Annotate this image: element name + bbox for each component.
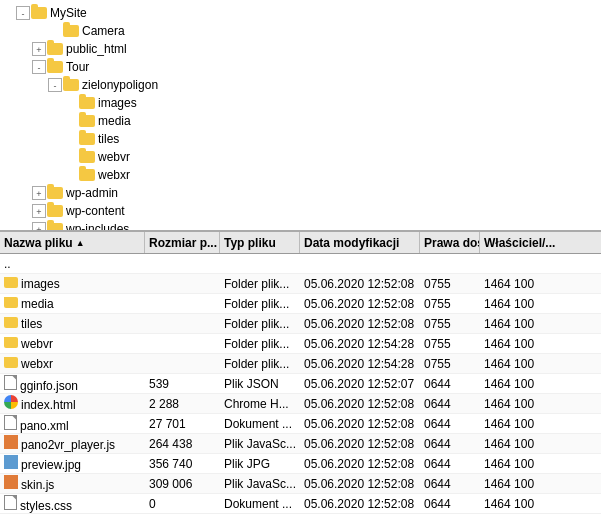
file-date-cell: 05.06.2020 12:52:08 <box>300 497 420 511</box>
expand-icon-zielonypoligon[interactable]: - <box>48 78 62 92</box>
col-header-prawa[interactable]: Prawa dost... <box>420 232 480 253</box>
expand-icon-public_html[interactable]: + <box>32 42 46 56</box>
file-name-label: webxr <box>21 357 53 371</box>
file-type-cell: Plik JSON <box>220 377 300 391</box>
file-row[interactable]: styles.css0Dokument ...05.06.2020 12:52:… <box>0 494 601 514</box>
folder-icon-camera <box>63 25 79 37</box>
file-owner-cell: 1464 100 <box>480 277 560 291</box>
file-size-cell: 27 701 <box>145 417 220 431</box>
file-icon <box>4 495 17 510</box>
file-row[interactable]: mediaFolder plik...05.06.2020 12:52:0807… <box>0 294 601 314</box>
file-prawa-cell: 0644 <box>420 377 480 391</box>
file-owner-cell: 1464 100 <box>480 337 560 351</box>
file-date-cell: 05.06.2020 12:52:08 <box>300 297 420 311</box>
tree-label-tour: Tour <box>66 60 89 74</box>
file-icon <box>4 415 17 430</box>
tree-item-tour[interactable]: -Tour <box>0 58 601 76</box>
file-row[interactable]: gginfo.json539Plik JSON05.06.2020 12:52:… <box>0 374 601 394</box>
file-name-label: images <box>21 277 60 291</box>
file-type-cell: Folder plik... <box>220 297 300 311</box>
file-row[interactable]: webvrFolder plik...05.06.2020 12:54:2807… <box>0 334 601 354</box>
file-name-label: preview.jpg <box>21 458 81 472</box>
file-row[interactable]: preview.jpg356 740Plik JPG05.06.2020 12:… <box>0 454 601 474</box>
file-owner-cell: 1464 100 <box>480 437 560 451</box>
tree-label-wp-admin: wp-admin <box>66 186 118 200</box>
file-size-cell: 356 740 <box>145 457 220 471</box>
file-date-cell: 05.06.2020 12:54:28 <box>300 337 420 351</box>
file-row[interactable]: .. <box>0 254 601 274</box>
file-date-cell: 05.06.2020 12:52:07 <box>300 377 420 391</box>
file-type-cell: Folder plik... <box>220 277 300 291</box>
tree-item-tiles[interactable]: tiles <box>0 130 601 148</box>
folder-icon-webvr <box>79 151 95 163</box>
tree-item-wp-includes[interactable]: +wp-includes <box>0 220 601 232</box>
file-list: ..imagesFolder plik...05.06.2020 12:52:0… <box>0 254 601 514</box>
file-name-cell: gginfo.json <box>0 375 145 393</box>
file-prawa-cell: 0755 <box>420 357 480 371</box>
file-date-cell: 05.06.2020 12:52:08 <box>300 417 420 431</box>
file-row[interactable]: skin.js309 006Plik JavaSc...05.06.2020 1… <box>0 474 601 494</box>
tree-label-public_html: public_html <box>66 42 127 56</box>
file-icon <box>4 375 17 390</box>
expand-icon-mysite[interactable]: - <box>16 6 30 20</box>
tree-item-zielonypoligon[interactable]: -zielonypoligon <box>0 76 601 94</box>
expand-icon-wp-includes[interactable]: + <box>32 222 46 232</box>
file-name-cell: webvr <box>0 337 145 351</box>
col-header-wlasciciel[interactable]: Właściciel/... <box>480 232 560 253</box>
folder-icon-media <box>79 115 95 127</box>
file-row[interactable]: index.html2 288Chrome H...05.06.2020 12:… <box>0 394 601 414</box>
file-row[interactable]: pano2vr_player.js264 438Plik JavaSc...05… <box>0 434 601 454</box>
expand-icon-tour[interactable]: - <box>32 60 46 74</box>
folder-icon <box>4 317 18 328</box>
col-header-nazwa[interactable]: Nazwa pliku▲ <box>0 232 145 253</box>
file-date-cell: 05.06.2020 12:52:08 <box>300 397 420 411</box>
folder-icon-public_html <box>47 43 63 55</box>
tree-item-public_html[interactable]: +public_html <box>0 40 601 58</box>
file-date-cell: 05.06.2020 12:52:08 <box>300 457 420 471</box>
tree-label-images: images <box>98 96 137 110</box>
file-owner-cell: 1464 100 <box>480 397 560 411</box>
file-name-cell: media <box>0 297 145 311</box>
file-size-cell: 264 438 <box>145 437 220 451</box>
file-name-label: webvr <box>21 337 53 351</box>
folder-icon-zielonypoligon <box>63 79 79 91</box>
file-row[interactable]: imagesFolder plik...05.06.2020 12:52:080… <box>0 274 601 294</box>
file-type-cell: Folder plik... <box>220 337 300 351</box>
file-name-cell: skin.js <box>0 475 145 492</box>
tree-item-webxr[interactable]: webxr <box>0 166 601 184</box>
col-header-data[interactable]: Data modyfikacji <box>300 232 420 253</box>
tree-item-images[interactable]: images <box>0 94 601 112</box>
file-name-cell: pano.xml <box>0 415 145 433</box>
file-size-cell: 0 <box>145 497 220 511</box>
file-name-cell: tiles <box>0 317 145 331</box>
file-name-label: pano2vr_player.js <box>21 438 115 452</box>
tree-label-wp-content: wp-content <box>66 204 125 218</box>
folder-icon-mysite <box>31 7 47 19</box>
tree-item-wp-content[interactable]: +wp-content <box>0 202 601 220</box>
file-date-cell: 05.06.2020 12:52:08 <box>300 277 420 291</box>
tree-item-mysite[interactable]: -MySite <box>0 4 601 22</box>
file-row[interactable]: pano.xml27 701Dokument ...05.06.2020 12:… <box>0 414 601 434</box>
col-header-typ[interactable]: Typ pliku <box>220 232 300 253</box>
file-name-label: skin.js <box>21 478 54 492</box>
folder-icon-wp-includes <box>47 223 63 232</box>
folder-icon-tour <box>47 61 63 73</box>
expand-icon-wp-content[interactable]: + <box>32 204 46 218</box>
file-owner-cell: 1464 100 <box>480 417 560 431</box>
tree-item-camera[interactable]: Camera <box>0 22 601 40</box>
file-name-cell: preview.jpg <box>0 455 145 472</box>
tree-item-media[interactable]: media <box>0 112 601 130</box>
tree-item-wp-admin[interactable]: +wp-admin <box>0 184 601 202</box>
file-type-cell: Dokument ... <box>220 497 300 511</box>
file-size-cell: 2 288 <box>145 397 220 411</box>
col-header-rozmiar[interactable]: Rozmiar p... <box>145 232 220 253</box>
file-row[interactable]: webxrFolder plik...05.06.2020 12:54:2807… <box>0 354 601 374</box>
file-prawa-cell: 0644 <box>420 437 480 451</box>
tree-item-webvr[interactable]: webvr <box>0 148 601 166</box>
tree-label-wp-includes: wp-includes <box>66 222 129 232</box>
expand-icon-wp-admin[interactable]: + <box>32 186 46 200</box>
file-owner-cell: 1464 100 <box>480 377 560 391</box>
file-name-cell: .. <box>0 257 145 271</box>
tree-label-mysite: MySite <box>50 6 87 20</box>
file-row[interactable]: tilesFolder plik...05.06.2020 12:52:0807… <box>0 314 601 334</box>
